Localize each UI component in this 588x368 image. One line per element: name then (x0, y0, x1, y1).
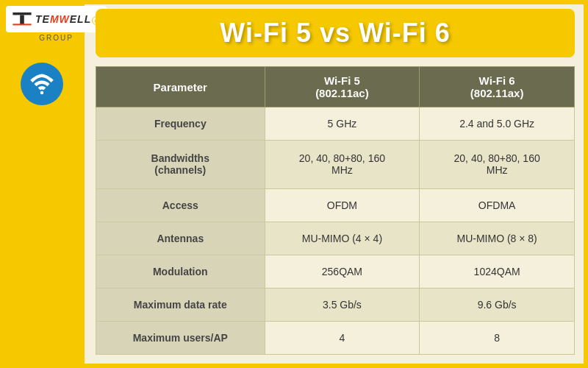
group-label: GROUP (39, 34, 74, 42)
logo-box: TEMWELLC (6, 6, 107, 32)
cell-wifi6: 8 (420, 321, 575, 354)
comparison-table: Parameter Wi-Fi 5(802.11ac) Wi-Fi 6(802.… (96, 66, 575, 355)
svg-point-3 (40, 91, 44, 95)
table-row: Modulation256QAM1024QAM (96, 255, 575, 288)
cell-wifi6: 1024QAM (420, 255, 575, 288)
cell-wifi6: 20, 40, 80+80, 160MHz (420, 141, 575, 189)
wifi-icon (29, 71, 55, 97)
logo-graphic (12, 9, 32, 29)
cell-parameter: Maximum users/AP (96, 321, 265, 354)
cell-parameter: Maximum data rate (96, 288, 265, 321)
wifi-icon-circle (21, 63, 63, 105)
table-row: Maximum data rate3.5 Gb/s9.6 Gb/s (96, 288, 575, 321)
col-parameter-header: Parameter (96, 67, 265, 107)
cell-wifi6: 9.6 Gb/s (420, 288, 575, 321)
cell-parameter: Frequency (96, 107, 265, 141)
cell-wifi6: OFDMA (420, 188, 575, 222)
cell-wifi5: 5 GHz (265, 107, 420, 141)
cell-parameter: Antennas (96, 222, 265, 255)
col-wifi6-header: Wi-Fi 6(802.11ax) (420, 67, 575, 107)
cell-wifi5: 20, 40, 80+80, 160MHz (265, 141, 420, 189)
cell-wifi5: MU-MIMO (4 × 4) (265, 222, 420, 255)
page-title: Wi-Fi 5 vs Wi-Fi 6 (220, 18, 450, 48)
title-banner: Wi-Fi 5 vs Wi-Fi 6 (96, 9, 575, 57)
cell-wifi5: 3.5 Gb/s (265, 288, 420, 321)
logo-area: TEMWELLC GROUP (6, 6, 107, 42)
svg-rect-0 (12, 13, 31, 15)
col-wifi5-header: Wi-Fi 5(802.11ac) (265, 67, 420, 107)
table-row: Frequency5 GHz2.4 and 5.0 GHz (96, 107, 575, 141)
table-row: Bandwidths(channels)20, 40, 80+80, 160MH… (96, 141, 575, 189)
cell-wifi5: OFDM (265, 188, 420, 222)
cell-parameter: Access (96, 188, 265, 222)
cell-wifi5: 4 (265, 321, 420, 354)
comparison-table-container: Parameter Wi-Fi 5(802.11ac) Wi-Fi 6(802.… (96, 66, 575, 355)
svg-rect-1 (20, 15, 24, 24)
table-row: AccessOFDMOFDMA (96, 188, 575, 222)
cell-wifi6: MU-MIMO (8 × 8) (420, 222, 575, 255)
left-accent-strip (0, 0, 85, 368)
table-header-row: Parameter Wi-Fi 5(802.11ac) Wi-Fi 6(802.… (96, 67, 575, 107)
table-row: Maximum users/AP48 (96, 321, 575, 354)
cell-parameter: Bandwidths(channels) (96, 141, 265, 189)
cell-wifi5: 256QAM (265, 255, 420, 288)
cell-wifi6: 2.4 and 5.0 GHz (420, 107, 575, 141)
cell-parameter: Modulation (96, 255, 265, 288)
table-row: AntennasMU-MIMO (4 × 4)MU-MIMO (8 × 8) (96, 222, 575, 255)
svg-rect-2 (12, 24, 31, 25)
